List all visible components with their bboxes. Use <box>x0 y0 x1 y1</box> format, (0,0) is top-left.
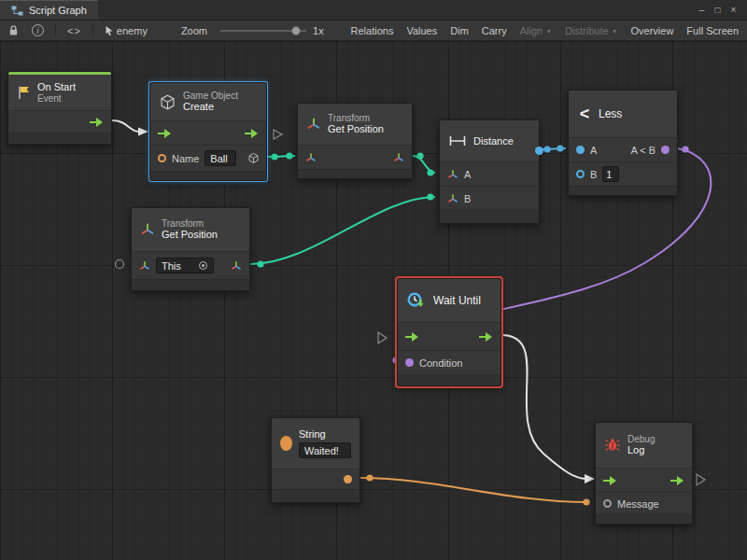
node-on-start-event[interactable]: On Start Event <box>7 71 112 145</box>
node-get-position-top[interactable]: Transform Get Position <box>297 103 413 179</box>
node-less[interactable]: < Less A A < B B <box>568 90 678 196</box>
vector3-port-icon[interactable] <box>447 193 458 204</box>
info-button[interactable]: i <box>25 21 50 41</box>
code-view-button[interactable]: <> <box>61 21 88 41</box>
condition-port[interactable] <box>405 358 414 367</box>
message-label: Message <box>617 498 659 510</box>
node-footer <box>8 133 111 144</box>
value-port-b[interactable] <box>576 170 585 178</box>
wire-string-to-debuglog-message[interactable] <box>360 478 588 502</box>
name-input[interactable] <box>204 150 236 166</box>
zoom-label: Zoom <box>175 21 214 41</box>
unconnected-value-stub-getposition[interactable] <box>116 260 124 269</box>
result-out-port[interactable] <box>535 147 543 155</box>
full-screen-button[interactable]: Full Screen <box>680 21 745 41</box>
port-row <box>272 469 359 489</box>
tab-script-graph[interactable]: Script Graph <box>0 0 98 20</box>
vector3-out-port-icon[interactable] <box>393 152 404 163</box>
string-icon <box>280 436 292 451</box>
distribute-dropdown[interactable]: Distribute ▼ <box>558 21 624 41</box>
node-footer <box>569 186 677 195</box>
wire-getposition-to-distance-b[interactable] <box>250 197 435 264</box>
transform-in-port-icon[interactable] <box>305 152 317 163</box>
value-port-a[interactable] <box>576 146 585 154</box>
values-button[interactable]: Values <box>400 21 444 41</box>
unconnected-flow-stub-waituntil[interactable] <box>378 332 387 343</box>
overview-button[interactable]: Overview <box>625 21 681 41</box>
flow-out-port[interactable] <box>90 118 104 127</box>
flow-out-port[interactable] <box>245 129 259 138</box>
unconnected-flow-stub-debuglog[interactable] <box>697 474 705 485</box>
string-out-port[interactable] <box>344 475 352 483</box>
graph-target[interactable]: enemy <box>98 21 154 41</box>
node-header[interactable]: On Start Event <box>8 75 111 110</box>
wire-arrowhead <box>585 474 595 483</box>
relations-button[interactable]: Relations <box>345 21 401 41</box>
node-footer <box>298 169 412 178</box>
node-title: String <box>299 428 351 441</box>
wire-endpoint-dot <box>366 474 373 481</box>
node-distance[interactable]: Distance A B <box>439 119 540 224</box>
transform-icon <box>140 222 155 237</box>
object-picker-icon[interactable] <box>198 260 208 271</box>
minimize-button[interactable]: – <box>694 3 710 18</box>
node-gameobject-create[interactable]: Game Object Create Name <box>149 82 267 181</box>
wait-until-clock-icon <box>406 291 427 310</box>
message-port[interactable] <box>603 499 612 508</box>
node-string-literal[interactable]: String <box>271 417 360 503</box>
flow-row <box>150 120 266 145</box>
flow-in-port[interactable] <box>405 332 419 342</box>
unconnected-flow-stub-create[interactable] <box>274 130 282 139</box>
flow-row <box>398 322 500 350</box>
string-value-input[interactable] <box>299 442 351 458</box>
flow-in-port[interactable] <box>158 129 172 138</box>
node-header[interactable]: < Less <box>569 91 677 137</box>
node-header[interactable]: Transform Get Position <box>132 208 249 251</box>
graph-canvas[interactable]: On Start Event Game Object Create <box>0 41 747 560</box>
node-header[interactable]: Wait Until <box>398 279 500 322</box>
align-label: Align <box>520 25 543 36</box>
node-header[interactable]: Distance <box>440 120 539 161</box>
align-dropdown[interactable]: Align ▼ <box>514 21 558 41</box>
flow-in-port[interactable] <box>603 476 617 485</box>
b-value-input[interactable] <box>602 166 619 182</box>
close-button[interactable]: × <box>726 3 741 18</box>
transform-in-port-icon[interactable] <box>139 260 150 272</box>
wire-endpoint-dot <box>286 152 292 159</box>
target-dropdown[interactable]: This <box>156 258 214 273</box>
wire-flow-waituntil-to-debuglog[interactable] <box>501 335 585 479</box>
vector3-out-port-icon[interactable] <box>231 260 242 272</box>
node-get-position-self[interactable]: Transform Get Position This <box>131 207 250 291</box>
graph-tab-icon <box>11 6 23 16</box>
dim-button[interactable]: Dim <box>444 21 475 41</box>
carry-button[interactable]: Carry <box>475 21 514 41</box>
message-row: Message <box>596 492 692 514</box>
window-controls: – □ × <box>694 0 747 20</box>
flow-out-port[interactable] <box>479 332 493 342</box>
vector3-port-icon[interactable] <box>447 169 458 180</box>
port-row <box>298 145 412 169</box>
node-footer <box>132 279 249 290</box>
flow-row <box>8 110 111 133</box>
code-icon: <> <box>67 25 81 36</box>
cube-icon <box>159 93 176 111</box>
zoom-slider-handle[interactable] <box>291 26 301 35</box>
flow-out-port[interactable] <box>670 476 684 485</box>
maximize-button[interactable]: □ <box>710 3 726 18</box>
gameobject-out-port-icon[interactable] <box>247 152 260 164</box>
node-header[interactable]: Game Object Create <box>150 83 266 120</box>
titlebar: Script Graph – □ × <box>0 0 747 21</box>
wire-endpoint-dot <box>557 145 563 151</box>
node-footer <box>272 489 359 502</box>
zoom-slider[interactable] <box>220 30 306 32</box>
node-header[interactable]: Debug Log <box>596 423 692 468</box>
node-header[interactable]: String <box>272 418 359 469</box>
value-port-name[interactable] <box>158 154 166 162</box>
result-out-port[interactable] <box>661 146 669 154</box>
wire-flow-onstart-to-create[interactable] <box>112 120 138 132</box>
node-title: On Start <box>37 81 76 93</box>
node-header[interactable]: Transform Get Position <box>298 104 412 145</box>
node-debug-log[interactable]: Debug Log Message <box>595 422 693 525</box>
node-wait-until[interactable]: Wait Until Condition <box>397 278 501 386</box>
lock-button[interactable] <box>2 21 25 41</box>
